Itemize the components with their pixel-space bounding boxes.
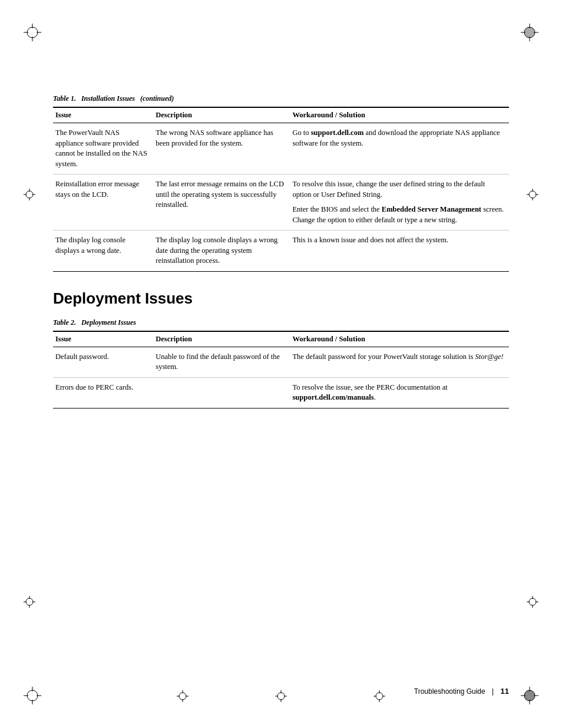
table2-header-solution: Workaround / Solution (290, 331, 509, 347)
table2-header-row: Issue Description Workaround / Solution (53, 331, 509, 347)
side-mark-left-top (24, 189, 35, 203)
table1-row3-issue: The display log console displays a wrong… (53, 230, 153, 272)
svg-point-35 (529, 598, 536, 605)
deployment-issues-heading: Deployment Issues (53, 289, 509, 308)
table1-row1-issue: The PowerVault NAS appliance software pr… (53, 123, 153, 174)
table1-row1-solution: Go to support.dell.com and download the … (290, 123, 509, 174)
table1-header-description: Description (153, 107, 290, 123)
table1-caption-label: Table 1. (53, 94, 76, 103)
svg-point-15 (524, 690, 535, 701)
table2-caption-title: Deployment Issues (81, 318, 136, 327)
table2-row1-description: Unable to find the default password of t… (153, 347, 290, 377)
corner-mark-tr (521, 24, 538, 41)
svg-point-40 (179, 693, 186, 700)
table2-container: Table 2. Deployment Issues Issue Descrip… (53, 318, 509, 409)
footer-label: Troubleshooting Guide (414, 687, 485, 696)
page-footer: Troubleshooting Guide | 11 (414, 687, 509, 696)
side-mark-bottom-left (177, 690, 189, 704)
table1-caption-title: Installation Issues (81, 94, 135, 103)
table1-row2-solution: To resolve this issue, change the user d… (290, 174, 509, 230)
table2-row2-issue: Errors due to PERC cards. (53, 377, 153, 408)
side-mark-right-top (527, 189, 538, 203)
side-mark-left-bottom (24, 596, 35, 610)
table2-caption: Table 2. Deployment Issues (53, 318, 509, 327)
corner-mark-tl (24, 24, 41, 41)
svg-point-10 (27, 690, 38, 701)
table1-header-issue: Issue (53, 107, 153, 123)
footer-separator: | (492, 687, 494, 696)
side-mark-right-bottom (527, 596, 538, 610)
table-row: The PowerVault NAS appliance software pr… (53, 123, 509, 174)
table2-row2-solution: To resolve the issue, see the PERC docum… (290, 377, 509, 408)
svg-point-0 (27, 27, 38, 38)
table1-row2-issue: Reinstallation error message stays on th… (53, 174, 153, 230)
table2: Issue Description Workaround / Solution … (53, 331, 509, 409)
table1: Issue Description Workaround / Solution … (53, 107, 509, 272)
table2-row1-issue: Default password. (53, 347, 153, 377)
svg-point-25 (529, 191, 536, 198)
corner-mark-bl (24, 687, 41, 704)
main-content: Table 1. Installation Issues (continued)… (53, 94, 509, 409)
page-number: 11 (501, 687, 509, 696)
corner-mark-br (521, 687, 538, 704)
table1-row3-description: The display log console displays a wrong… (153, 230, 290, 272)
table1-caption: Table 1. Installation Issues (continued) (53, 94, 509, 103)
table-row: The display log console displays a wrong… (53, 230, 509, 272)
table1-header-row: Issue Description Workaround / Solution (53, 107, 509, 123)
svg-point-45 (277, 693, 285, 700)
svg-point-5 (524, 27, 535, 38)
table2-header-description: Description (153, 331, 290, 347)
table2-row2-description (153, 377, 290, 408)
side-mark-bottom-center (275, 690, 287, 704)
svg-point-30 (26, 598, 33, 605)
page: Table 1. Installation Issues (continued)… (0, 0, 562, 728)
side-mark-bottom-right (373, 690, 385, 704)
table2-caption-label: Table 2. (53, 318, 76, 327)
table-row: Default password. Unable to find the def… (53, 347, 509, 377)
table1-caption-continued: (continued) (140, 94, 174, 103)
table-row: Errors due to PERC cards. To resolve the… (53, 377, 509, 408)
svg-point-50 (376, 693, 383, 700)
table1-header-solution: Workaround / Solution (290, 107, 509, 123)
svg-point-20 (26, 191, 33, 198)
table2-header-issue: Issue (53, 331, 153, 347)
table1-container: Table 1. Installation Issues (continued)… (53, 94, 509, 272)
table2-row1-solution: The default password for your PowerVault… (290, 347, 509, 377)
table1-row2-description: The last error message remains on the LC… (153, 174, 290, 230)
table-row: Reinstallation error message stays on th… (53, 174, 509, 230)
table1-row1-description: The wrong NAS software appliance has bee… (153, 123, 290, 174)
table1-row3-solution: This is a known issue and does not affec… (290, 230, 509, 272)
